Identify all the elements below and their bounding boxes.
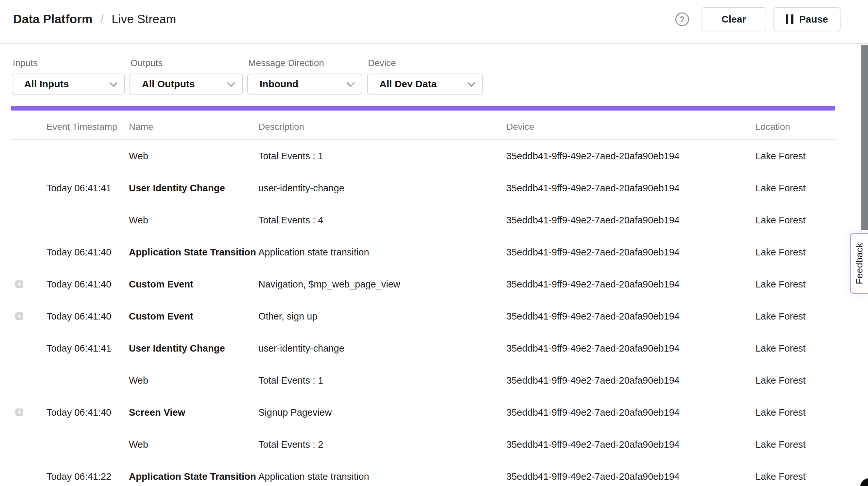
expand-row-icon[interactable]: + bbox=[16, 408, 23, 416]
vertical-scrollbar[interactable] bbox=[861, 45, 868, 230]
clear-button[interactable]: Clear bbox=[702, 7, 766, 31]
cell-name: Web bbox=[129, 375, 258, 386]
header-buttons: Clear Pause bbox=[702, 7, 840, 31]
table-row[interactable]: +Today 06:41:40Screen ViewSignup Pagevie… bbox=[11, 396, 835, 428]
cell-device: 35eddb41-9ff9-49e2-7aed-20afa90eb194 bbox=[506, 471, 755, 482]
chevron-down-icon bbox=[227, 79, 235, 87]
cell-event-timestamp: Today 06:41:41 bbox=[46, 183, 129, 193]
table-row[interactable]: WebTotal Events : 235eddb41-9ff9-49e2-7a… bbox=[11, 428, 835, 460]
table-row[interactable]: WebTotal Events : 135eddb41-9ff9-49e2-7a… bbox=[11, 364, 835, 396]
cell-event-timestamp: Today 06:41:40 bbox=[46, 247, 129, 258]
inputs-select[interactable]: All Inputs bbox=[12, 73, 125, 94]
cell-name: Custom Event bbox=[129, 279, 258, 290]
table-row[interactable]: Today 06:41:22Application State Transiti… bbox=[11, 460, 835, 486]
feedback-tab-label: Feedback bbox=[854, 243, 865, 284]
device-select[interactable]: All Dev Data bbox=[367, 73, 483, 94]
cell-description: Total Events : 4 bbox=[258, 215, 506, 226]
cell-description: Application state transition bbox=[258, 247, 506, 258]
cell-name: User Identity Change bbox=[129, 343, 258, 354]
cell-location: Lake Forest bbox=[755, 343, 835, 354]
table-row[interactable]: Today 06:41:40Application State Transiti… bbox=[11, 236, 835, 268]
filter-message-direction-label: Message Direction bbox=[248, 59, 362, 68]
cell-description: Total Events : 1 bbox=[258, 151, 506, 161]
breadcrumb-section[interactable]: Data Platform bbox=[13, 12, 93, 26]
cell-description: Other, sign up bbox=[258, 311, 506, 322]
cell-location: Lake Forest bbox=[755, 247, 835, 258]
header-cell-description: Description bbox=[258, 122, 506, 132]
expand-row-icon[interactable]: + bbox=[16, 280, 23, 288]
outputs-select[interactable]: All Outputs bbox=[129, 73, 243, 94]
expand-row-icon[interactable]: + bbox=[16, 312, 23, 320]
header-cell-location: Location bbox=[755, 122, 835, 132]
chevron-down-icon bbox=[467, 79, 475, 87]
cell-description: Total Events : 1 bbox=[258, 375, 506, 386]
chevron-down-icon bbox=[109, 79, 117, 87]
outputs-select-value: All Outputs bbox=[142, 79, 195, 90]
message-direction-select[interactable]: Inbound bbox=[247, 73, 362, 94]
cell-location: Lake Forest bbox=[755, 407, 835, 418]
filter-message-direction: Message Direction Inbound bbox=[247, 59, 362, 106]
cell-name: Application State Transition bbox=[129, 471, 258, 482]
cell-description: Signup Pageview bbox=[258, 407, 506, 418]
cell-location: Lake Forest bbox=[755, 375, 835, 386]
help-icon[interactable]: ? bbox=[675, 12, 689, 26]
clear-button-label: Clear bbox=[721, 14, 746, 25]
header-cell-name: Name bbox=[129, 122, 258, 132]
feedback-tab[interactable]: Feedback bbox=[850, 233, 868, 294]
header-cell-event-timestamp: Event Timestamp bbox=[46, 122, 129, 132]
cell-event-timestamp: Today 06:41:40 bbox=[46, 279, 129, 290]
cell-device: 35eddb41-9ff9-49e2-7aed-20afa90eb194 bbox=[506, 183, 755, 193]
table-row[interactable]: Today 06:41:41User Identity Changeuser-i… bbox=[11, 332, 835, 364]
cell-name: Custom Event bbox=[129, 311, 258, 322]
cell-description: Total Events : 2 bbox=[258, 439, 506, 450]
breadcrumb-separator: / bbox=[100, 12, 104, 26]
table-row[interactable]: Today 06:41:41User Identity Changeuser-i… bbox=[11, 172, 835, 204]
table-body: WebTotal Events : 135eddb41-9ff9-49e2-7a… bbox=[11, 140, 835, 486]
filter-device-label: Device bbox=[368, 59, 483, 68]
inputs-select-value: All Inputs bbox=[24, 79, 69, 90]
cell-event-timestamp: Today 06:41:41 bbox=[46, 343, 129, 354]
cell-name: Web bbox=[129, 151, 258, 161]
cell-event-timestamp: Today 06:41:22 bbox=[46, 471, 129, 482]
pause-button[interactable]: Pause bbox=[773, 7, 840, 31]
cell-location: Lake Forest bbox=[755, 151, 835, 161]
cell-event-timestamp: Today 06:41:40 bbox=[46, 407, 129, 418]
table-row[interactable]: +Today 06:41:40Custom EventOther, sign u… bbox=[11, 300, 835, 332]
cell-location: Lake Forest bbox=[755, 183, 835, 193]
filter-bar: Inputs All Inputs Outputs All Outputs Me… bbox=[0, 44, 868, 106]
cell-device: 35eddb41-9ff9-49e2-7aed-20afa90eb194 bbox=[506, 151, 755, 161]
cell-description: Application state transition bbox=[258, 471, 506, 482]
cell-description: user-identity-change bbox=[258, 183, 506, 193]
cell-device: 35eddb41-9ff9-49e2-7aed-20afa90eb194 bbox=[506, 407, 755, 418]
header-cell-device: Device bbox=[506, 122, 755, 132]
cell-device: 35eddb41-9ff9-49e2-7aed-20afa90eb194 bbox=[506, 279, 755, 290]
table-row[interactable]: +Today 06:41:40Custom EventNavigation, $… bbox=[11, 268, 835, 300]
expand-cell: + bbox=[11, 312, 46, 320]
chat-launcher-button[interactable] bbox=[860, 478, 868, 486]
device-select-value: All Dev Data bbox=[379, 79, 437, 90]
cell-device: 35eddb41-9ff9-49e2-7aed-20afa90eb194 bbox=[506, 215, 755, 226]
table-row[interactable]: WebTotal Events : 135eddb41-9ff9-49e2-7a… bbox=[11, 140, 835, 172]
pause-icon bbox=[786, 14, 794, 24]
cell-device: 35eddb41-9ff9-49e2-7aed-20afa90eb194 bbox=[506, 439, 755, 450]
cell-location: Lake Forest bbox=[755, 471, 835, 482]
expand-cell: + bbox=[11, 408, 46, 416]
cell-location: Lake Forest bbox=[755, 279, 835, 290]
chevron-down-icon bbox=[347, 79, 355, 87]
cell-description: user-identity-change bbox=[258, 343, 506, 354]
expand-cell: + bbox=[11, 280, 46, 288]
table-row[interactable]: WebTotal Events : 435eddb41-9ff9-49e2-7a… bbox=[11, 204, 835, 236]
cell-location: Lake Forest bbox=[755, 439, 835, 450]
pause-button-label: Pause bbox=[799, 14, 828, 25]
cell-event-timestamp: Today 06:41:40 bbox=[46, 311, 129, 322]
page-title: Live Stream bbox=[112, 12, 176, 26]
cell-name: Application State Transition bbox=[129, 247, 258, 258]
header-actions: ? Clear Pause bbox=[675, 7, 840, 31]
filter-device: Device All Dev Data bbox=[367, 59, 483, 106]
cell-name: Web bbox=[129, 215, 258, 226]
filter-inputs-label: Inputs bbox=[13, 59, 125, 68]
cell-description: Navigation, $mp_web_page_view bbox=[258, 279, 506, 290]
cell-device: 35eddb41-9ff9-49e2-7aed-20afa90eb194 bbox=[506, 311, 755, 322]
cell-name: Web bbox=[129, 439, 258, 450]
app-header: Data Platform / Live Stream ? Clear Paus… bbox=[0, 0, 868, 44]
